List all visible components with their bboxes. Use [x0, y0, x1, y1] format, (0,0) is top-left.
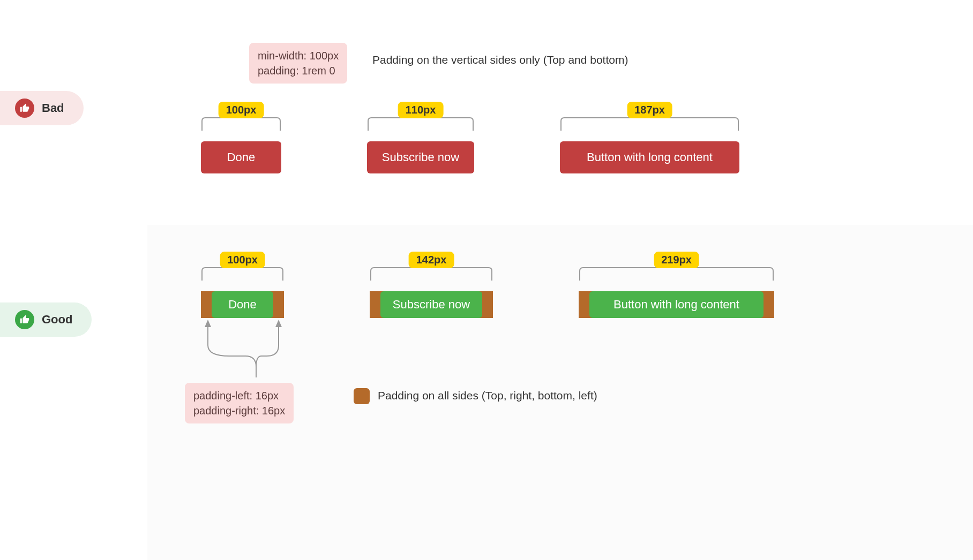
page: Bad Good min-width: 100px padding: 1rem …: [0, 0, 973, 560]
width-label: 187px: [627, 102, 672, 118]
good-button-inner: Done: [212, 291, 273, 318]
good-button-long: Button with long content: [579, 291, 774, 318]
good-label: Good: [42, 313, 72, 327]
width-bracket: 142px: [370, 257, 493, 282]
width-bracket: 219px: [579, 257, 774, 282]
good-code-box: padding-left: 16px padding-right: 16px: [185, 383, 294, 423]
good-legend-caption: Padding on all sides (Top, right, bottom…: [378, 389, 597, 402]
sidebar: Bad Good: [0, 0, 147, 560]
width-label: 142px: [409, 252, 454, 268]
code-line: padding-right: 16px: [193, 403, 285, 418]
code-line: padding: 1rem 0: [258, 63, 339, 78]
bad-button-subscribe: Subscribe now: [367, 141, 474, 173]
bad-section: min-width: 100px padding: 1rem 0 Padding…: [147, 0, 973, 225]
good-item-3: 219px Button with long content: [579, 257, 774, 318]
good-label-pill: Good: [0, 302, 92, 337]
good-item-2: 142px Subscribe now: [370, 257, 493, 318]
code-line: padding-left: 16px: [193, 388, 285, 403]
width-label: 110px: [398, 102, 444, 118]
good-button-subscribe: Subscribe now: [370, 291, 493, 318]
good-button-inner: Button with long content: [589, 291, 764, 318]
bad-code-box: min-width: 100px padding: 1rem 0: [249, 43, 347, 84]
bad-button-done: Done: [201, 141, 281, 173]
width-label: 219px: [654, 252, 699, 268]
bad-item-1: 100px Done: [201, 107, 281, 173]
good-button-done: Done: [201, 291, 284, 318]
thumbs-up-icon: [15, 310, 34, 329]
good-item-1: 100px Done: [201, 257, 284, 318]
bad-label: Bad: [42, 101, 64, 115]
width-bracket: 100px: [201, 257, 284, 282]
width-bracket: 100px: [201, 107, 281, 132]
thumbs-down-icon: [15, 99, 34, 118]
bad-button-long: Button with long content: [560, 141, 739, 173]
width-label: 100px: [219, 102, 264, 118]
width-bracket: 110px: [367, 107, 474, 132]
bad-item-2: 110px Subscribe now: [367, 107, 474, 173]
width-bracket: 187px: [560, 107, 739, 132]
bad-item-3: 187px Button with long content: [560, 107, 739, 173]
good-button-inner: Subscribe now: [380, 291, 482, 318]
bad-caption: Padding on the vertical sides only (Top …: [372, 54, 628, 66]
good-row: 100px Done 142px Subscribe now: [201, 257, 774, 318]
arrows-icon: [198, 319, 305, 383]
content: min-width: 100px padding: 1rem 0 Padding…: [147, 0, 973, 560]
bad-row: 100px Done 110px Subscribe now 187px: [201, 107, 739, 173]
width-label: 100px: [220, 252, 265, 268]
good-section: 100px Done 142px Subscribe now: [147, 225, 973, 560]
legend-swatch: [354, 388, 370, 404]
bad-label-pill: Bad: [0, 91, 84, 125]
code-line: min-width: 100px: [258, 48, 339, 63]
